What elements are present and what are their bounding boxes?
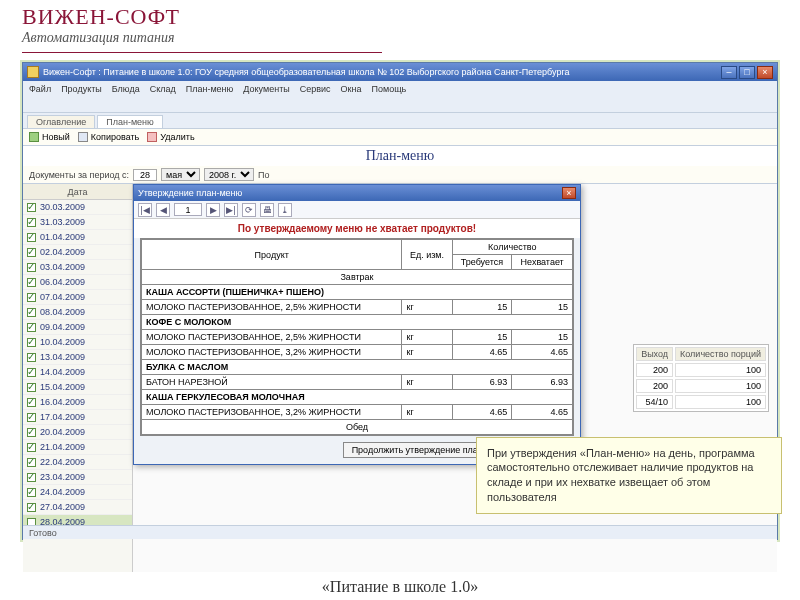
date-value: 14.04.2009 bbox=[40, 367, 85, 377]
checkbox-icon[interactable] bbox=[27, 293, 36, 302]
date-value: 27.04.2009 bbox=[40, 502, 85, 512]
date-value: 13.04.2009 bbox=[40, 352, 85, 362]
date-row[interactable]: 06.04.2009 bbox=[23, 275, 132, 290]
window-title: Вижен-Софт : Питание в школе 1.0: ГОУ ср… bbox=[43, 67, 721, 77]
minimize-button[interactable]: – bbox=[721, 66, 737, 79]
date-row[interactable]: 13.04.2009 bbox=[23, 350, 132, 365]
checkbox-icon[interactable] bbox=[27, 398, 36, 407]
checkbox-icon[interactable] bbox=[27, 323, 36, 332]
date-value: 17.04.2009 bbox=[40, 412, 85, 422]
warning-text: По утверждаемому меню не хватает продукт… bbox=[134, 219, 580, 238]
status-text: Готово bbox=[29, 528, 57, 538]
checkbox-icon[interactable] bbox=[27, 203, 36, 212]
dialog-close-button[interactable]: × bbox=[562, 187, 576, 199]
menu-service[interactable]: Сервис bbox=[300, 84, 331, 94]
date-value: 20.04.2009 bbox=[40, 427, 85, 437]
checkbox-icon[interactable] bbox=[27, 503, 36, 512]
date-row[interactable]: 15.04.2009 bbox=[23, 380, 132, 395]
menu-help[interactable]: Помощь bbox=[372, 84, 407, 94]
date-row[interactable]: 23.04.2009 bbox=[23, 470, 132, 485]
checkbox-icon[interactable] bbox=[27, 308, 36, 317]
date-row[interactable]: 08.04.2009 bbox=[23, 305, 132, 320]
period-month[interactable]: мая bbox=[161, 168, 200, 181]
toolbar-icons bbox=[23, 97, 777, 113]
checkbox-icon[interactable] bbox=[27, 263, 36, 272]
date-row[interactable]: 10.04.2009 bbox=[23, 335, 132, 350]
tab-contents[interactable]: Оглавление bbox=[27, 115, 95, 128]
date-value: 06.04.2009 bbox=[40, 277, 85, 287]
col-product: Продукт bbox=[142, 240, 402, 270]
menu-windows[interactable]: Окна bbox=[341, 84, 362, 94]
date-row[interactable]: 22.04.2009 bbox=[23, 455, 132, 470]
titlebar[interactable]: Вижен-Софт : Питание в школе 1.0: ГОУ ср… bbox=[23, 63, 777, 81]
date-row[interactable]: 31.03.2009 bbox=[23, 215, 132, 230]
nav-next[interactable]: ▶ bbox=[206, 203, 220, 217]
tab-plan-menu[interactable]: План-меню bbox=[97, 115, 163, 128]
date-row[interactable]: 02.04.2009 bbox=[23, 245, 132, 260]
date-value: 24.04.2009 bbox=[40, 487, 85, 497]
print-icon[interactable]: 🖶 bbox=[260, 203, 274, 217]
copy-button[interactable]: Копировать bbox=[78, 132, 139, 142]
statusbar: Готово bbox=[23, 525, 777, 539]
date-row[interactable]: 14.04.2009 bbox=[23, 365, 132, 380]
brand-title: ВИЖЕН-СОФТ bbox=[22, 4, 180, 30]
app-icon bbox=[27, 66, 39, 78]
checkbox-icon[interactable] bbox=[27, 353, 36, 362]
date-row[interactable]: 17.04.2009 bbox=[23, 410, 132, 425]
page-number[interactable] bbox=[174, 203, 202, 216]
new-button[interactable]: Новый bbox=[29, 132, 70, 142]
checkbox-icon[interactable] bbox=[27, 473, 36, 482]
menu-plan[interactable]: План-меню bbox=[186, 84, 234, 94]
delete-button[interactable]: Удалить bbox=[147, 132, 194, 142]
col-shortage: Нехватает bbox=[512, 255, 573, 270]
date-row[interactable]: 20.04.2009 bbox=[23, 425, 132, 440]
date-row[interactable]: 03.04.2009 bbox=[23, 260, 132, 275]
dialog-titlebar[interactable]: Утверждение план-меню × bbox=[134, 185, 580, 201]
date-value: 21.04.2009 bbox=[40, 442, 85, 452]
checkbox-icon[interactable] bbox=[27, 413, 36, 422]
date-row[interactable]: 21.04.2009 bbox=[23, 440, 132, 455]
period-row: Документы за период с: мая 2008 г. По bbox=[23, 166, 777, 184]
close-button[interactable]: × bbox=[757, 66, 773, 79]
checkbox-icon[interactable] bbox=[27, 278, 36, 287]
maximize-button[interactable]: □ bbox=[739, 66, 755, 79]
checkbox-icon[interactable] bbox=[27, 368, 36, 377]
period-year[interactable]: 2008 г. bbox=[204, 168, 254, 181]
date-row[interactable]: 27.04.2009 bbox=[23, 500, 132, 515]
checkbox-icon[interactable] bbox=[27, 218, 36, 227]
date-row[interactable]: 09.04.2009 bbox=[23, 320, 132, 335]
menu-stock[interactable]: Склад bbox=[150, 84, 176, 94]
checkbox-icon[interactable] bbox=[27, 233, 36, 242]
nav-first[interactable]: |◀ bbox=[138, 203, 152, 217]
menu-docs[interactable]: Документы bbox=[243, 84, 289, 94]
menu-dishes[interactable]: Блюда bbox=[112, 84, 140, 94]
checkbox-icon[interactable] bbox=[27, 443, 36, 452]
toolbar-actions: Новый Копировать Удалить bbox=[23, 128, 777, 146]
date-value: 15.04.2009 bbox=[40, 382, 85, 392]
date-value: 02.04.2009 bbox=[40, 247, 85, 257]
checkbox-icon[interactable] bbox=[27, 248, 36, 257]
date-row[interactable]: 30.03.2009 bbox=[23, 200, 132, 215]
dialog-toolbar: |◀ ◀ ▶ ▶| ⟳ 🖶 ⤓ bbox=[134, 201, 580, 219]
export-icon[interactable]: ⤓ bbox=[278, 203, 292, 217]
checkbox-icon[interactable] bbox=[27, 488, 36, 497]
new-icon bbox=[29, 132, 39, 142]
date-row[interactable]: 16.04.2009 bbox=[23, 395, 132, 410]
dialog-title: Утверждение план-меню bbox=[138, 188, 242, 198]
checkbox-icon[interactable] bbox=[27, 428, 36, 437]
checkbox-icon[interactable] bbox=[27, 338, 36, 347]
period-day[interactable] bbox=[133, 169, 157, 181]
checkbox-icon[interactable] bbox=[27, 458, 36, 467]
date-row[interactable]: 01.04.2009 bbox=[23, 230, 132, 245]
checkbox-icon[interactable] bbox=[27, 383, 36, 392]
date-row[interactable]: 07.04.2009 bbox=[23, 290, 132, 305]
date-value: 03.04.2009 bbox=[40, 262, 85, 272]
nav-last[interactable]: ▶| bbox=[224, 203, 238, 217]
date-value: 09.04.2009 bbox=[40, 322, 85, 332]
menu-products[interactable]: Продукты bbox=[61, 84, 102, 94]
date-value: 10.04.2009 bbox=[40, 337, 85, 347]
refresh-icon[interactable]: ⟳ bbox=[242, 203, 256, 217]
nav-prev[interactable]: ◀ bbox=[156, 203, 170, 217]
menu-file[interactable]: Файл bbox=[29, 84, 51, 94]
date-row[interactable]: 24.04.2009 bbox=[23, 485, 132, 500]
